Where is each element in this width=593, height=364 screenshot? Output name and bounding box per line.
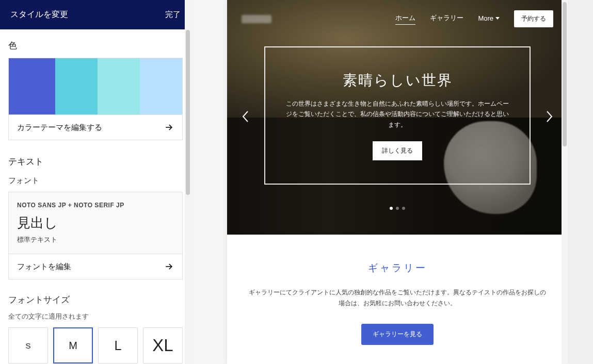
edit-color-theme-button[interactable]: カラーテーマを編集する xyxy=(8,114,183,140)
carousel-next-button[interactable] xyxy=(541,105,558,130)
gallery-title: ギャラリー xyxy=(248,261,547,275)
swatch-2[interactable] xyxy=(55,58,98,114)
carousel-dots xyxy=(390,207,405,210)
size-btn-xl[interactable]: XL xyxy=(143,327,183,363)
sidebar-title: スタイルを変更 xyxy=(10,9,68,20)
site-preview: ホーム ギャラリー More 予約する 素晴らしい世界 この世界はさまざまな生き… xyxy=(227,0,568,364)
swatch-4[interactable] xyxy=(140,58,182,114)
font-size-label: フォントサイズ xyxy=(8,294,183,306)
carousel-dot-2[interactable] xyxy=(396,207,399,210)
arrow-right-icon xyxy=(164,261,174,272)
font-label: フォント xyxy=(8,176,183,186)
color-section-label: 色 xyxy=(8,40,183,52)
gallery-text: ギャラリーにてクライアントに人気の独創的な作品をご覧いただけます。異なるテイスト… xyxy=(248,287,547,308)
sidebar-header: スタイルを変更 完了 xyxy=(0,0,191,29)
size-btn-l[interactable]: L xyxy=(98,327,138,363)
font-body-sample: 標準テキスト xyxy=(17,235,174,244)
carousel-dot-3[interactable] xyxy=(402,207,405,210)
style-sidebar: スタイルを変更 完了 色 カラーテーマを編集する テキスト フォント NOTO … xyxy=(0,0,191,364)
nav-cta-button[interactable]: 予約する xyxy=(514,10,553,27)
hero-title: 素晴らしい世界 xyxy=(343,71,453,90)
sidebar-scrollbar[interactable] xyxy=(185,0,191,364)
hero-text: この世界はさまざまな生き物と自然にあふれた素晴らしい場所です。ホームページをご覧… xyxy=(286,98,509,130)
site-canvas: ホーム ギャラリー More 予約する 素晴らしい世界 この世界はさまざまな生き… xyxy=(227,0,568,364)
edit-font-button[interactable]: フォントを編集 xyxy=(8,254,183,279)
nav-more[interactable]: More xyxy=(478,14,500,24)
color-swatches[interactable] xyxy=(8,58,183,114)
carousel-prev-button[interactable] xyxy=(236,105,254,130)
size-btn-m[interactable]: M xyxy=(53,327,93,363)
text-section-label: テキスト xyxy=(8,156,183,168)
swatch-3[interactable] xyxy=(98,58,140,114)
gallery-section: ギャラリー ギャラリーにてクライアントに人気の独創的な作品をご覧いただけます。異… xyxy=(227,235,568,360)
nav-more-label: More xyxy=(478,14,493,22)
site-nav: ホーム ギャラリー More 予約する xyxy=(227,0,568,38)
site-logo[interactable] xyxy=(242,15,271,23)
font-heading-sample: 見出し xyxy=(17,214,174,232)
sidebar-scroll-thumb[interactable] xyxy=(186,30,190,195)
preview-scrollbar[interactable] xyxy=(562,0,568,364)
hero-section: ホーム ギャラリー More 予約する 素晴らしい世界 この世界はさまざまな生き… xyxy=(227,0,568,235)
size-btn-s[interactable]: S xyxy=(8,327,48,363)
font-card: NOTO SANS JP + NOTO SERIF JP 見出し 標準テキスト xyxy=(8,192,183,254)
carousel-dot-1[interactable] xyxy=(390,207,393,210)
swatch-1[interactable] xyxy=(9,58,55,114)
arrow-right-icon xyxy=(164,122,174,133)
font-combo-name: NOTO SANS JP + NOTO SERIF JP xyxy=(17,202,174,209)
chevron-down-icon xyxy=(495,17,500,20)
done-button[interactable]: 完了 xyxy=(165,10,181,20)
font-size-buttons: S M L XL xyxy=(8,327,183,363)
nav-gallery[interactable]: ギャラリー xyxy=(430,13,463,24)
font-size-desc: 全ての文字に適用されます xyxy=(8,312,183,321)
edit-color-theme-label: カラーテーマを編集する xyxy=(17,123,102,133)
nav-home[interactable]: ホーム xyxy=(395,13,415,25)
gallery-cta-button[interactable]: ギャラリーを見る xyxy=(361,324,434,345)
hero-content-box: 素晴らしい世界 この世界はさまざまな生き物と自然にあふれた素晴らしい場所です。ホ… xyxy=(264,46,531,185)
hero-cta-button[interactable]: 詳しく見る xyxy=(373,141,422,160)
gutter xyxy=(191,0,227,364)
nav-items: ホーム ギャラリー More 予約する xyxy=(395,10,553,27)
edit-font-label: フォントを編集 xyxy=(17,262,71,272)
sidebar-content: 色 カラーテーマを編集する テキスト フォント NOTO SANS JP + N… xyxy=(0,29,191,364)
